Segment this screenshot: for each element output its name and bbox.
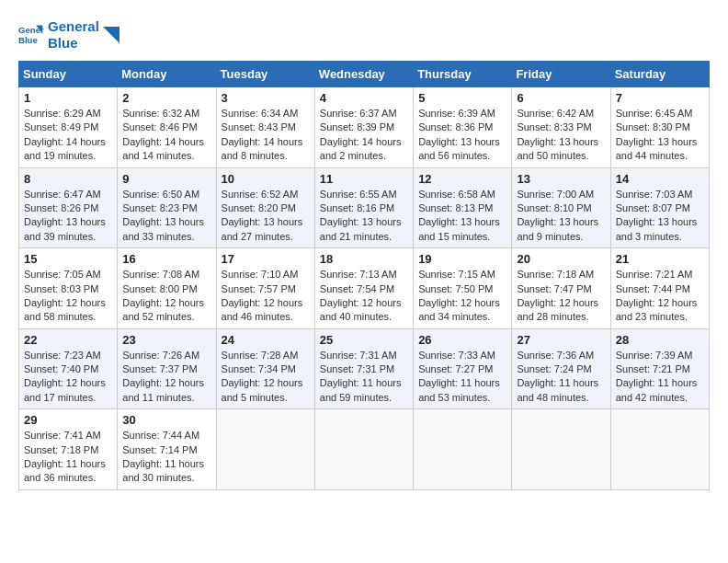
day-detail: Sunrise: 6:39 AM Sunset: 8:36 PM Dayligh… — [418, 107, 506, 164]
calendar-cell — [414, 409, 512, 490]
calendar-week-row: 1Sunrise: 6:29 AM Sunset: 8:49 PM Daylig… — [19, 87, 710, 168]
weekday-header-tuesday: Tuesday — [216, 62, 314, 87]
day-detail: Sunrise: 7:13 AM Sunset: 7:54 PM Dayligh… — [320, 268, 408, 325]
calendar-cell: 23Sunrise: 7:26 AM Sunset: 7:37 PM Dayli… — [118, 328, 216, 409]
weekday-header-wednesday: Wednesday — [314, 62, 413, 87]
day-detail: Sunrise: 7:10 AM Sunset: 7:57 PM Dayligh… — [222, 268, 310, 325]
weekday-header-monday: Monday — [118, 62, 216, 87]
day-number: 22 — [24, 333, 112, 347]
day-number: 29 — [24, 413, 112, 427]
day-number: 5 — [418, 91, 506, 105]
calendar-cell: 24Sunrise: 7:28 AM Sunset: 7:34 PM Dayli… — [216, 328, 314, 409]
day-number: 17 — [222, 252, 310, 266]
day-detail: Sunrise: 6:55 AM Sunset: 8:16 PM Dayligh… — [320, 188, 408, 245]
day-detail: Sunrise: 6:42 AM Sunset: 8:33 PM Dayligh… — [517, 107, 605, 164]
logo-blue: Blue — [48, 35, 99, 52]
day-detail: Sunrise: 6:47 AM Sunset: 8:26 PM Dayligh… — [24, 188, 112, 245]
day-detail: Sunrise: 7:03 AM Sunset: 8:07 PM Dayligh… — [616, 188, 704, 245]
calendar-cell — [512, 409, 610, 490]
day-detail: Sunrise: 7:26 AM Sunset: 7:37 PM Dayligh… — [122, 349, 210, 406]
calendar-cell: 12Sunrise: 6:58 AM Sunset: 8:13 PM Dayli… — [414, 167, 512, 248]
calendar-cell: 21Sunrise: 7:21 AM Sunset: 7:44 PM Dayli… — [610, 248, 709, 329]
calendar-table: SundayMondayTuesdayWednesdayThursdayFrid… — [18, 61, 710, 490]
calendar-cell: 19Sunrise: 7:15 AM Sunset: 7:50 PM Dayli… — [414, 248, 512, 329]
day-number: 23 — [122, 333, 210, 347]
calendar-cell: 20Sunrise: 7:18 AM Sunset: 7:47 PM Dayli… — [512, 248, 610, 329]
day-detail: Sunrise: 7:31 AM Sunset: 7:31 PM Dayligh… — [320, 349, 408, 406]
calendar-cell: 22Sunrise: 7:23 AM Sunset: 7:40 PM Dayli… — [19, 328, 118, 409]
calendar-cell: 16Sunrise: 7:08 AM Sunset: 8:00 PM Dayli… — [118, 248, 216, 329]
day-number: 27 — [517, 333, 605, 347]
day-number: 14 — [616, 172, 704, 186]
calendar-cell: 6Sunrise: 6:42 AM Sunset: 8:33 PM Daylig… — [512, 87, 610, 168]
calendar-week-row: 15Sunrise: 7:05 AM Sunset: 8:03 PM Dayli… — [19, 248, 710, 329]
calendar-cell — [610, 409, 709, 490]
page-header: General Blue General Blue — [18, 18, 710, 52]
calendar-cell: 1Sunrise: 6:29 AM Sunset: 8:49 PM Daylig… — [19, 87, 118, 168]
calendar-week-row: 22Sunrise: 7:23 AM Sunset: 7:40 PM Dayli… — [19, 328, 710, 409]
day-detail: Sunrise: 7:36 AM Sunset: 7:24 PM Dayligh… — [517, 349, 605, 406]
calendar-cell: 2Sunrise: 6:32 AM Sunset: 8:46 PM Daylig… — [118, 87, 216, 168]
calendar-cell: 28Sunrise: 7:39 AM Sunset: 7:21 PM Dayli… — [610, 328, 709, 409]
logo-arrow-icon — [103, 27, 119, 43]
calendar-cell: 3Sunrise: 6:34 AM Sunset: 8:43 PM Daylig… — [216, 87, 314, 168]
day-number: 25 — [320, 333, 408, 347]
day-detail: Sunrise: 7:08 AM Sunset: 8:00 PM Dayligh… — [122, 268, 210, 325]
day-number: 26 — [418, 333, 506, 347]
calendar-week-row: 29Sunrise: 7:41 AM Sunset: 7:18 PM Dayli… — [19, 409, 710, 490]
logo: General Blue General Blue — [18, 18, 119, 52]
day-number: 6 — [517, 91, 605, 105]
day-number: 9 — [122, 172, 210, 186]
svg-marker-3 — [103, 27, 119, 43]
day-detail: Sunrise: 7:41 AM Sunset: 7:18 PM Dayligh… — [24, 429, 112, 486]
calendar-cell: 17Sunrise: 7:10 AM Sunset: 7:57 PM Dayli… — [216, 248, 314, 329]
day-number: 19 — [418, 252, 506, 266]
day-detail: Sunrise: 7:33 AM Sunset: 7:27 PM Dayligh… — [418, 349, 506, 406]
calendar-cell: 11Sunrise: 6:55 AM Sunset: 8:16 PM Dayli… — [314, 167, 413, 248]
calendar-cell: 4Sunrise: 6:37 AM Sunset: 8:39 PM Daylig… — [314, 87, 413, 168]
calendar-cell: 5Sunrise: 6:39 AM Sunset: 8:36 PM Daylig… — [414, 87, 512, 168]
weekday-header-sunday: Sunday — [19, 62, 118, 87]
calendar-cell: 15Sunrise: 7:05 AM Sunset: 8:03 PM Dayli… — [19, 248, 118, 329]
day-number: 28 — [616, 333, 704, 347]
calendar-cell: 14Sunrise: 7:03 AM Sunset: 8:07 PM Dayli… — [610, 167, 709, 248]
day-number: 2 — [122, 91, 210, 105]
calendar-cell: 25Sunrise: 7:31 AM Sunset: 7:31 PM Dayli… — [314, 328, 413, 409]
day-detail: Sunrise: 7:00 AM Sunset: 8:10 PM Dayligh… — [517, 188, 605, 245]
day-detail: Sunrise: 6:52 AM Sunset: 8:20 PM Dayligh… — [222, 188, 310, 245]
calendar-cell: 27Sunrise: 7:36 AM Sunset: 7:24 PM Dayli… — [512, 328, 610, 409]
weekday-header-friday: Friday — [512, 62, 610, 87]
day-number: 20 — [517, 252, 605, 266]
day-number: 21 — [616, 252, 704, 266]
calendar-cell: 29Sunrise: 7:41 AM Sunset: 7:18 PM Dayli… — [19, 409, 118, 490]
day-number: 7 — [616, 91, 704, 105]
day-detail: Sunrise: 7:21 AM Sunset: 7:44 PM Dayligh… — [616, 268, 704, 325]
calendar-cell: 18Sunrise: 7:13 AM Sunset: 7:54 PM Dayli… — [314, 248, 413, 329]
weekday-header-row: SundayMondayTuesdayWednesdayThursdayFrid… — [19, 62, 710, 87]
svg-text:Blue: Blue — [18, 35, 38, 45]
day-detail: Sunrise: 7:23 AM Sunset: 7:40 PM Dayligh… — [24, 349, 112, 406]
calendar-cell: 8Sunrise: 6:47 AM Sunset: 8:26 PM Daylig… — [19, 167, 118, 248]
day-number: 8 — [24, 172, 112, 186]
day-detail: Sunrise: 7:44 AM Sunset: 7:14 PM Dayligh… — [122, 429, 210, 486]
day-detail: Sunrise: 6:58 AM Sunset: 8:13 PM Dayligh… — [418, 188, 506, 245]
day-number: 13 — [517, 172, 605, 186]
calendar-cell: 30Sunrise: 7:44 AM Sunset: 7:14 PM Dayli… — [118, 409, 216, 490]
calendar-cell: 10Sunrise: 6:52 AM Sunset: 8:20 PM Dayli… — [216, 167, 314, 248]
day-detail: Sunrise: 6:32 AM Sunset: 8:46 PM Dayligh… — [122, 107, 210, 164]
day-detail: Sunrise: 6:50 AM Sunset: 8:23 PM Dayligh… — [122, 188, 210, 245]
day-number: 1 — [24, 91, 112, 105]
day-number: 18 — [320, 252, 408, 266]
day-detail: Sunrise: 6:34 AM Sunset: 8:43 PM Dayligh… — [222, 107, 310, 164]
day-number: 24 — [222, 333, 310, 347]
day-detail: Sunrise: 7:28 AM Sunset: 7:34 PM Dayligh… — [222, 349, 310, 406]
weekday-header-saturday: Saturday — [610, 62, 709, 87]
day-number: 30 — [122, 413, 210, 427]
calendar-cell — [216, 409, 314, 490]
calendar-week-row: 8Sunrise: 6:47 AM Sunset: 8:26 PM Daylig… — [19, 167, 710, 248]
day-detail: Sunrise: 7:05 AM Sunset: 8:03 PM Dayligh… — [24, 268, 112, 325]
day-number: 11 — [320, 172, 408, 186]
calendar-cell: 9Sunrise: 6:50 AM Sunset: 8:23 PM Daylig… — [118, 167, 216, 248]
day-number: 10 — [222, 172, 310, 186]
day-number: 16 — [122, 252, 210, 266]
